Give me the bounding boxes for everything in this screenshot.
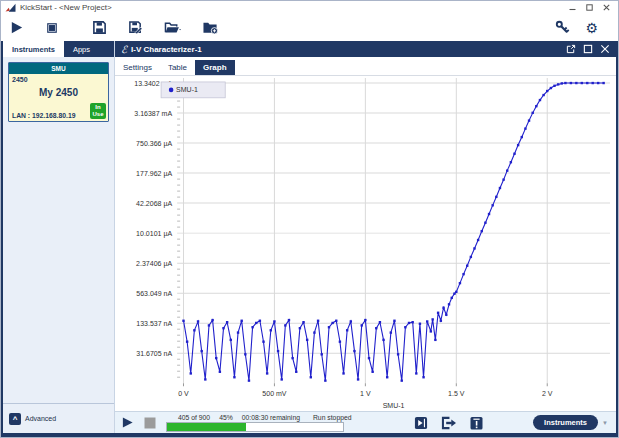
advanced-row: ˄ Advanced — [3, 403, 114, 433]
license-button[interactable] — [555, 20, 570, 35]
script-run-button[interactable] — [414, 416, 428, 430]
progress-bar — [166, 422, 344, 432]
instrument-model: 2450 — [9, 74, 108, 83]
new-folder-icon — [202, 20, 219, 35]
open-folder-icon — [164, 20, 181, 35]
save-button[interactable] — [92, 20, 107, 35]
advanced-expand-button[interactable]: ˄ — [9, 413, 21, 425]
svg-text:1.5 V: 1.5 V — [448, 390, 465, 397]
iv-chart: 0 V500 mV1 V1.5 V2 V13.3402 mA3.16387 mA… — [115, 76, 616, 411]
settings-button[interactable]: ⚙ — [585, 21, 598, 35]
svg-text:563.049 nA: 563.049 nA — [136, 290, 172, 297]
app-tabs: Settings Table Graph — [115, 57, 616, 76]
maximize-panel-icon[interactable] — [583, 44, 593, 54]
tab-settings[interactable]: Settings — [115, 60, 160, 75]
maximize-icon[interactable] — [586, 4, 593, 11]
progress-fill — [167, 423, 246, 431]
instrument-type-label: SMU — [9, 63, 108, 74]
minimize-icon[interactable] — [569, 4, 576, 11]
kickstart-logo-icon — [5, 3, 16, 13]
key-icon — [555, 20, 570, 35]
error-icon — [470, 416, 483, 430]
title-bar: KickStart - <New Project> — [1, 1, 618, 14]
instrument-name: My 2450 — [9, 83, 108, 103]
main-toolbar: ⚙ — [1, 14, 618, 41]
app-window: KickStart - <New Project> — [0, 0, 619, 438]
in-use-badge: In Use — [90, 103, 106, 119]
progress-percent: 45% — [219, 414, 233, 421]
advanced-label: Advanced — [25, 415, 56, 422]
svg-text:10.0101 µA: 10.0101 µA — [136, 230, 172, 238]
export-data-button[interactable] — [441, 416, 457, 430]
play-icon — [9, 20, 24, 35]
svg-text:1 V: 1 V — [360, 390, 371, 397]
svg-text:31.6705 nA: 31.6705 nA — [136, 350, 172, 357]
stop-button[interactable] — [45, 21, 59, 35]
instruments-list: SMU 2450 My 2450 LAN : 192.168.80.19 In … — [3, 57, 114, 403]
status-bar: 405 of 900 45% 00:08:30 remaining Run st… — [115, 411, 616, 433]
svg-text:2.37406 µA: 2.37406 µA — [136, 260, 172, 268]
svg-text:3.16387 mA: 3.16387 mA — [134, 110, 172, 117]
run-test-button[interactable] — [121, 416, 134, 429]
app-body: Instruments Apps SMU 2450 My 2450 LAN : … — [1, 41, 618, 437]
tab-instruments[interactable]: Instruments — [3, 41, 64, 57]
play-icon — [121, 416, 134, 429]
close-icon[interactable] — [603, 4, 610, 11]
svg-text:0 V: 0 V — [178, 390, 189, 397]
save-icon — [92, 20, 107, 35]
svg-text:2 V: 2 V — [542, 390, 553, 397]
svg-text:177.962 µA: 177.962 µA — [136, 170, 172, 178]
stop-test-button[interactable] — [144, 417, 156, 429]
instruments-button[interactable]: Instruments — [533, 415, 598, 430]
progress-count: 405 of 900 — [178, 414, 210, 421]
stop-icon — [45, 21, 59, 35]
instrument-error-button[interactable] — [470, 416, 483, 430]
app-icon: ℰ — [121, 44, 127, 55]
new-project-button[interactable] — [202, 20, 219, 35]
instrument-address: LAN : 192.168.80.19 — [12, 112, 75, 119]
stop-icon — [144, 417, 156, 429]
run-script-icon — [414, 416, 428, 430]
run-state: Run stopped — [313, 414, 352, 421]
save-as-button[interactable] — [128, 20, 143, 35]
tab-table[interactable]: Table — [160, 60, 195, 75]
export-icon — [441, 416, 457, 430]
svg-text:SMU-1: SMU-1 — [383, 402, 405, 409]
graph-area[interactable]: 0 V500 mV1 V1.5 V2 V13.3402 mA3.16387 mA… — [115, 76, 616, 411]
popout-icon[interactable] — [566, 44, 576, 54]
open-project-button[interactable] — [164, 20, 181, 35]
svg-text:750.366 µA: 750.366 µA — [136, 140, 172, 148]
left-panel: Instruments Apps SMU 2450 My 2450 LAN : … — [3, 41, 115, 433]
svg-text:133.537 nA: 133.537 nA — [136, 320, 172, 327]
app-panel: ℰ I-V Characterizer-1 Settings — [115, 41, 616, 433]
app-panel-title: I-V Characterizer-1 — [131, 45, 202, 54]
left-panel-tabs: Instruments Apps — [3, 41, 114, 57]
close-panel-icon[interactable] — [600, 44, 610, 54]
run-button[interactable] — [9, 20, 24, 35]
window-title: KickStart - <New Project> — [20, 3, 112, 12]
app-panel-header: ℰ I-V Characterizer-1 — [115, 41, 616, 57]
svg-text:500 mV: 500 mV — [262, 390, 287, 397]
chevron-up-icon: ˄ — [13, 414, 18, 423]
gear-icon: ⚙ — [585, 21, 598, 35]
tab-graph[interactable]: Graph — [195, 60, 235, 75]
tab-apps[interactable]: Apps — [64, 41, 99, 57]
instruments-caret-icon[interactable]: ▼ — [602, 420, 608, 426]
instrument-card[interactable]: SMU 2450 My 2450 LAN : 192.168.80.19 In … — [8, 62, 109, 122]
time-remaining: 00:08:30 remaining — [242, 414, 300, 421]
svg-text:SMU-1: SMU-1 — [176, 86, 198, 93]
svg-text:42.2068 µA: 42.2068 µA — [136, 200, 172, 208]
save-as-icon — [128, 20, 143, 35]
progress-area: 405 of 900 45% 00:08:30 remaining Run st… — [166, 414, 398, 432]
